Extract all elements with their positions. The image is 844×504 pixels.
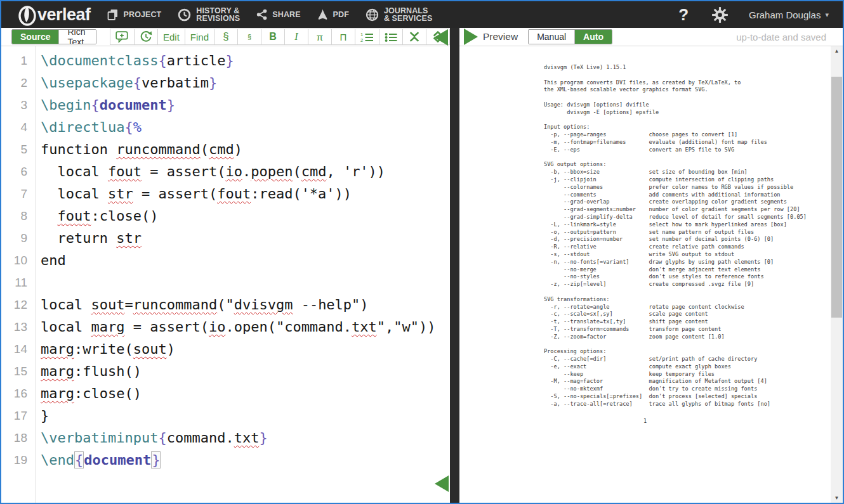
code-token: { — [124, 119, 133, 135]
code-content: \directlua{% — [41, 119, 142, 135]
nav-journals-services[interactable]: JOURNALS& SERVICES — [366, 7, 433, 23]
code-token: marg — [41, 385, 74, 401]
code-token: (" — [217, 297, 234, 313]
user-menu[interactable]: Graham Douglas ▾ — [749, 10, 829, 20]
logo-text: verleaf — [37, 5, 91, 25]
bold-button[interactable]: B — [261, 29, 285, 45]
code-line[interactable]: 4\directlua{% — [1, 116, 450, 138]
code-token: :flush() — [74, 363, 142, 379]
settings-button[interactable] — [711, 6, 729, 23]
rich-text-tab[interactable]: Rich Text — [58, 30, 95, 44]
code-line[interactable]: 2\usepackage{verbatim} — [1, 72, 450, 94]
code-line[interactable]: 5function runcommand(cmd) — [1, 138, 450, 160]
pane-divider[interactable] — [450, 28, 459, 503]
line-number: 13 — [1, 320, 35, 334]
code-line[interactable]: 10end — [1, 249, 450, 271]
code-token: marg — [41, 341, 74, 357]
pdf-line: -d, --precision=number set number of dec… — [544, 236, 831, 243]
code-token: } — [41, 408, 49, 423]
find-button[interactable]: Find — [185, 29, 214, 45]
code-line[interactable]: 14marg:write(sout) — [1, 338, 450, 360]
code-content: fout:close() — [41, 208, 158, 224]
code-line[interactable]: 1\documentclass{article} — [1, 49, 450, 72]
display-math-button[interactable]: Π — [331, 29, 355, 45]
code-line[interactable]: 9 return str — [1, 227, 450, 249]
source-richtext-toggle: Source Rich Text — [11, 29, 96, 44]
auto-compile-button[interactable]: Auto — [574, 30, 612, 44]
overleaf-leaf-icon — [18, 3, 37, 26]
line-number: 3 — [1, 98, 35, 112]
pdf-line — [544, 340, 831, 348]
code-token: function — [41, 141, 116, 157]
numbered-list-button[interactable]: 1 2 — [355, 29, 379, 45]
code-token: cmd — [301, 164, 327, 179]
pdf-line — [544, 117, 831, 124]
italic-button[interactable]: I — [284, 29, 308, 45]
code-token: document — [84, 452, 151, 468]
nav-share[interactable]: SHARE — [256, 9, 300, 20]
code-token: local — [41, 164, 108, 179]
help-button[interactable]: ? — [678, 5, 689, 25]
bullet-list-button[interactable] — [379, 29, 403, 45]
nav-pdf[interactable]: PDF — [317, 9, 349, 21]
pdf-line: -b, --bbox=size set size of bounding box… — [544, 169, 831, 176]
code-line[interactable]: 6 local fout = assert(io.popen(cmd, 'r')… — [1, 160, 450, 183]
preview-scrollbar[interactable]: ▲ ▼ — [831, 46, 843, 503]
overleaf-logo[interactable]: verleaf — [18, 3, 91, 26]
line-number: 4 — [1, 120, 35, 134]
scroll-up-arrow-icon[interactable]: ▲ — [831, 48, 843, 54]
svg-text:2: 2 — [360, 37, 363, 42]
code-content: return str — [41, 230, 142, 246]
code-token: return — [41, 230, 116, 246]
pdf-line: -r, --rotate=angle rotate page content c… — [544, 304, 831, 311]
code-line[interactable]: 7 local str = assert(fout:read('*a')) — [1, 183, 450, 205]
code-line[interactable]: 13local marg = assert(io.open("command.t… — [1, 316, 450, 338]
code-token: fout — [217, 186, 251, 202]
expand-preview-pane-arrow[interactable] — [464, 29, 478, 45]
source-tab[interactable]: Source — [12, 30, 58, 44]
collapse-editor-pane-arrow[interactable] — [434, 29, 448, 46]
editor-toolbar: Source Rich Text — [1, 28, 450, 46]
code-token: \documentclass — [41, 53, 158, 68]
pdf-line: dvisvgm -E [options] epsfile — [544, 109, 831, 117]
collapse-editor-pane-arrow-bottom[interactable] — [435, 475, 449, 492]
code-line[interactable]: 15marg:flush() — [1, 360, 450, 382]
edit-menu-button[interactable]: Edit — [157, 29, 185, 45]
subsection-button[interactable]: § — [237, 29, 261, 45]
code-token: command. — [167, 430, 234, 446]
code-line[interactable]: 17} — [1, 404, 450, 427]
overleaf-window: verleaf PROJECT HISTORY &REVISIONS — [0, 0, 844, 504]
code-token: document — [100, 97, 167, 113]
pdf-line: --comments add comments with additional … — [544, 191, 831, 199]
code-line[interactable]: 11 — [1, 271, 450, 294]
scroll-down-arrow-icon[interactable]: ▼ — [831, 495, 843, 501]
scrollbar-thumb[interactable] — [831, 77, 842, 318]
code-line[interactable]: 8 fout:close() — [1, 205, 450, 227]
code-token: local — [41, 186, 108, 202]
line-number: 15 — [1, 365, 35, 378]
source-editor[interactable]: 1\documentclass{article}2\usepackage{ver… — [1, 46, 450, 503]
code-token: local — [41, 319, 91, 335]
pdf-line: --no-merge don't merge adjacent text ele… — [544, 266, 831, 274]
section-button[interactable]: § — [214, 29, 238, 45]
code-token: str — [116, 230, 142, 246]
code-token: { — [158, 53, 166, 68]
code-line[interactable]: 16marg:close() — [1, 382, 450, 404]
inline-math-button[interactable]: π — [308, 29, 332, 45]
pdf-line: SVG output options: — [544, 161, 831, 169]
history-restore-button[interactable] — [134, 29, 158, 45]
add-comment-button[interactable] — [110, 29, 135, 45]
pdf-line: -E, --eps convert an EPS file to SVG — [544, 146, 831, 154]
editor-tool-buttons: Edit Find § § B I π Π 1 2 — [110, 29, 450, 45]
code-line[interactable]: 12local sout=runcommand("dvisvgm --help"… — [1, 294, 450, 316]
question-icon: ? — [678, 5, 689, 24]
code-line[interactable]: 19\end{document} — [1, 449, 450, 471]
nav-project[interactable]: PROJECT — [107, 9, 162, 20]
nav-history-revisions[interactable]: HISTORY &REVISIONS — [178, 7, 240, 23]
manual-compile-button[interactable]: Manual — [529, 30, 574, 44]
collapse-sections-button[interactable] — [402, 29, 426, 45]
code-line[interactable]: 18\verbatiminput{command.txt} — [1, 427, 450, 449]
preview-toolbar: Preview Manual Auto up-to-date and saved — [459, 28, 843, 46]
bullet-list-icon — [385, 32, 397, 42]
code-line[interactable]: 3\begin{document} — [1, 94, 450, 116]
